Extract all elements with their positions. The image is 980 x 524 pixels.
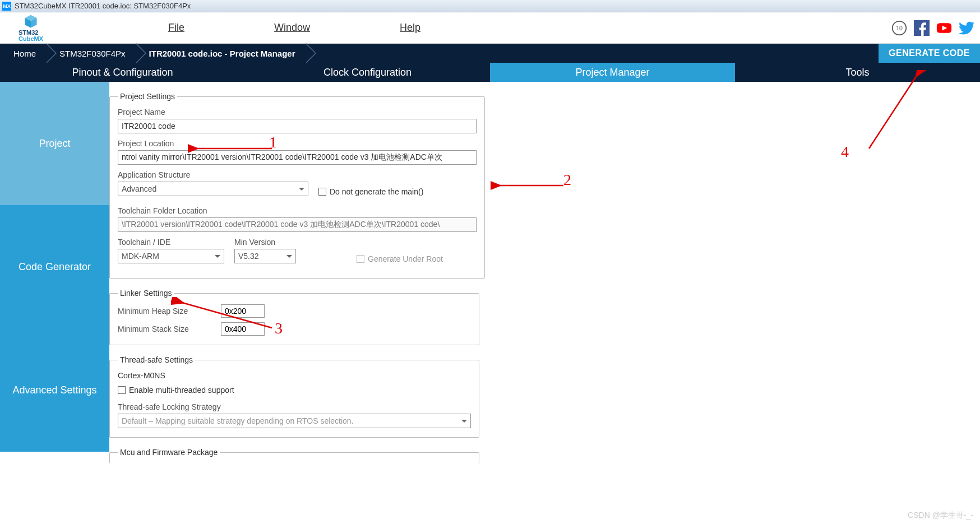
project-settings-group: Project Settings Project Name Project Lo… [109, 92, 485, 279]
generate-under-root-checkbox [357, 255, 364, 263]
linker-settings-legend: Linker Settings [118, 289, 174, 298]
window-title: STM32CubeMX ITR20001 code.ioc: STM32F030… [15, 2, 191, 10]
min-stack-input[interactable] [221, 322, 265, 336]
tab-clock[interactable]: Clock Configuration [245, 63, 490, 82]
generate-under-root-row: Generate Under Root [357, 254, 443, 263]
toolchain-folder-label: Toolchain Folder Location [118, 206, 477, 215]
twitter-icon[interactable] [959, 20, 974, 36]
linker-settings-group: Linker Settings Minimum Heap Size Minimu… [109, 289, 479, 345]
toolchain-ide-label: Toolchain / IDE [118, 238, 224, 247]
project-location-input[interactable] [118, 150, 477, 165]
sidebar-item-advanced-settings[interactable]: Advanced Settings [0, 328, 109, 452]
mcu-firmware-legend: Mcu and Firmware Package [118, 448, 220, 457]
enable-multithread-label: Enable multi-threaded support [129, 386, 234, 395]
tab-project-manager[interactable]: Project Manager [490, 63, 735, 82]
menu-file[interactable]: File [168, 22, 184, 34]
form-area: Project Settings Project Name Project Lo… [109, 82, 980, 524]
min-version-select[interactable]: V5.32 [234, 249, 296, 263]
project-location-label: Project Location [118, 139, 477, 148]
application-structure-select[interactable]: Advanced [118, 182, 308, 196]
window-title-bar: MX STM32CubeMX ITR20001 code.ioc: STM32F… [0, 0, 980, 12]
sidebar-item-code-generator[interactable]: Code Generator [0, 205, 109, 328]
logo: STM32CubeMX [6, 14, 56, 42]
enable-multithread-checkbox[interactable] [118, 386, 126, 394]
youtube-icon[interactable] [936, 20, 952, 36]
enable-multithread-row[interactable]: Enable multi-threaded support [118, 386, 471, 395]
min-version-label: Min Version [234, 238, 296, 247]
min-heap-input[interactable] [221, 304, 265, 318]
locking-strategy-select[interactable]: Default – Mapping suitable strategy depe… [118, 414, 471, 428]
content-area: Project Code Generator Advanced Settings… [0, 82, 980, 524]
breadcrumb-nav: Home STM32F030F4Px ITR20001 code.ioc - P… [0, 44, 980, 63]
breadcrumb-home[interactable]: Home [0, 44, 46, 63]
menu-bar: File Window Help [56, 22, 891, 34]
tab-pinout[interactable]: Pinout & Configuration [0, 63, 245, 82]
breadcrumb-chip[interactable]: STM32F030F4Px [46, 44, 136, 63]
facebook-icon[interactable] [914, 20, 930, 36]
no-main-checkbox[interactable] [318, 188, 326, 196]
thread-safe-group: Thread-safe Settings Cortex-M0NS Enable … [109, 355, 479, 438]
cube-icon [23, 14, 39, 30]
toolchain-folder-input [118, 217, 477, 232]
social-icons: 10 [891, 20, 974, 36]
badge-icon[interactable]: 10 [891, 20, 907, 36]
sidebar: Project Code Generator Advanced Settings [0, 82, 109, 524]
min-stack-label: Minimum Stack Size [118, 324, 219, 333]
locking-strategy-label: Thread-safe Locking Strategy [118, 402, 471, 411]
logo-text: STM32CubeMX [19, 30, 43, 42]
sidebar-item-project[interactable]: Project [0, 82, 109, 205]
menu-window[interactable]: Window [274, 22, 310, 34]
toolchain-ide-select[interactable]: MDK-ARM [118, 249, 224, 263]
project-settings-legend: Project Settings [118, 92, 177, 101]
core-label: Cortex-M0NS [118, 371, 471, 380]
breadcrumb-project[interactable]: ITR20001 code.ioc - Project Manager [136, 44, 306, 63]
main-tabs: Pinout & Configuration Clock Configurati… [0, 63, 980, 82]
generate-under-root-label: Generate Under Root [368, 254, 443, 263]
no-main-checkbox-row[interactable]: Do not generate the main() [318, 187, 423, 196]
project-name-label: Project Name [118, 108, 477, 117]
app-icon: MX [2, 2, 11, 11]
top-header: STM32CubeMX File Window Help 10 [0, 12, 980, 44]
no-main-label: Do not generate the main() [330, 187, 423, 196]
watermark: CSDN @学生哥-_- [908, 511, 973, 521]
tab-tools[interactable]: Tools [735, 63, 980, 82]
menu-help[interactable]: Help [400, 22, 420, 34]
mcu-firmware-group: Mcu and Firmware Package [109, 448, 479, 463]
svg-text:10: 10 [896, 25, 903, 31]
thread-safe-legend: Thread-safe Settings [118, 355, 195, 364]
project-name-input[interactable] [118, 119, 477, 133]
min-heap-label: Minimum Heap Size [118, 307, 219, 316]
generate-code-button[interactable]: GENERATE CODE [879, 44, 980, 63]
application-structure-label: Application Structure [118, 170, 308, 179]
